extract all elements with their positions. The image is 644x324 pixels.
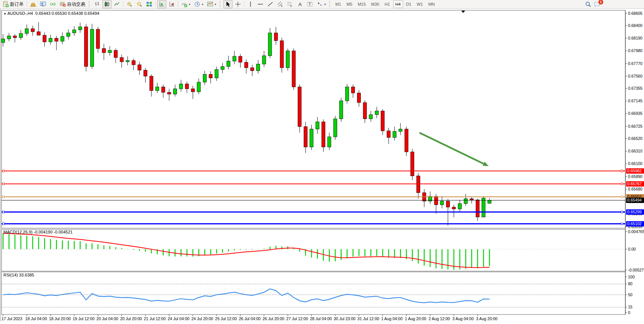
bar-chart-icon (94, 1, 100, 7)
svg-text:80: 80 (628, 281, 633, 286)
chart-area[interactable]: 0.686050.684000.681900.679800.677700.675… (0, 9, 644, 324)
separator (155, 1, 156, 7)
timeframe-group: M1M5M15M30H1H4D1W1MN (333, 0, 437, 8)
svg-text:26 Jul 04:00: 26 Jul 04:00 (239, 316, 260, 321)
timeframe-m1-button[interactable]: M1 (333, 0, 343, 8)
search-icon[interactable] (585, 1, 591, 8)
svg-text:0.66935: 0.66935 (628, 111, 642, 116)
indicators-button[interactable]: ▾ (180, 0, 192, 8)
new-order-icon (3, 1, 9, 7)
line-chart-button[interactable] (112, 0, 121, 8)
new-order-label: 新订单 (10, 1, 24, 8)
svg-text:3 Aug 20:00: 3 Aug 20:00 (476, 316, 497, 321)
svg-text:15: 15 (628, 305, 633, 309)
bar-chart-button[interactable] (92, 0, 102, 8)
candlestick-icon (104, 1, 110, 7)
chart-canvas[interactable]: 0.686050.684000.681900.679800.677700.675… (0, 9, 644, 324)
timeframe-mn-button[interactable]: MN (426, 0, 437, 8)
zoom-in-button[interactable] (125, 0, 134, 8)
text-button[interactable]: A (295, 0, 304, 8)
svg-text:1 Aug 20:00: 1 Aug 20:00 (405, 316, 426, 321)
equidistant-channel-button[interactable]: E (276, 0, 285, 8)
timeframe-m5-button[interactable]: M5 (344, 0, 354, 8)
separator (244, 1, 244, 7)
cursor-icon (225, 1, 231, 7)
vertical-line-icon (247, 1, 253, 7)
svg-text:20 Jul 04:00: 20 Jul 04:00 (96, 316, 118, 321)
data-window-button[interactable] (38, 0, 48, 8)
svg-text:24 Jul 04:00: 24 Jul 04:00 (167, 316, 189, 321)
chart-shift-button[interactable] (167, 0, 176, 8)
auto-scroll-button[interactable] (157, 0, 166, 8)
arrows-icon (317, 1, 323, 7)
notification-badge[interactable]: 1 (598, 0, 603, 5)
text-label-icon: T (307, 1, 313, 7)
svg-text:A: A (298, 2, 302, 7)
new-order-button[interactable]: 新订单 (1, 0, 25, 8)
svg-text:21 Jul 12:00: 21 Jul 12:00 (144, 316, 166, 321)
arrows-button[interactable]: ▾ (315, 0, 327, 8)
periods-button[interactable]: ▾ (193, 0, 205, 8)
text-a-icon: A (297, 1, 303, 7)
svg-text:18 Jul 20:00: 18 Jul 20:00 (49, 316, 71, 321)
svg-text:1 Aug 04:00: 1 Aug 04:00 (381, 316, 402, 321)
vertical-line-button[interactable] (246, 0, 255, 8)
svg-text:0.66520: 0.66520 (628, 136, 642, 141)
autotrading-icon (60, 1, 66, 7)
svg-text:3 Aug 04:00: 3 Aug 04:00 (452, 316, 473, 321)
fibonacci-icon: F (287, 1, 293, 7)
toolbar: 新订单 自动交易 (0, 0, 644, 9)
dropdown-caret: ▾ (215, 3, 216, 6)
svg-text:0.65767: 0.65767 (627, 181, 642, 186)
dropdown-caret: ▾ (189, 3, 190, 6)
signals-button[interactable] (48, 0, 57, 8)
dropdown-caret: ▾ (324, 3, 326, 6)
svg-text:19 Jul 12:00: 19 Jul 12:00 (73, 316, 94, 321)
crosshair-button[interactable] (233, 0, 242, 8)
trendline-button[interactable] (266, 0, 275, 8)
channel-icon: E (277, 1, 283, 7)
svg-text:26 Jul 20:00: 26 Jul 20:00 (263, 316, 284, 321)
fibonacci-button[interactable]: F (285, 0, 295, 8)
horizontal-line-icon (257, 1, 263, 7)
svg-text:0.004765: 0.004765 (628, 229, 644, 234)
toolbar-grip (329, 1, 331, 7)
svg-text:0.67770: 0.67770 (628, 61, 642, 66)
svg-text:20 Jul 20:00: 20 Jul 20:00 (120, 316, 142, 321)
crosshair-icon (235, 1, 241, 7)
tile-windows-button[interactable] (145, 0, 154, 8)
autotrading-button[interactable]: 自动交易 (58, 0, 87, 8)
horizontal-line-button[interactable] (256, 0, 265, 8)
mt4-window: 新订单 自动交易 (0, 0, 644, 324)
autotrading-label: 自动交易 (67, 1, 85, 8)
svg-text:17 Jul 2023: 17 Jul 2023 (2, 316, 22, 321)
cursor-button[interactable] (223, 0, 233, 8)
profiles-button[interactable] (29, 0, 38, 8)
zoom-out-icon (136, 1, 142, 7)
zoom-in-icon (126, 1, 132, 7)
text-label-button[interactable]: T (305, 0, 314, 8)
gold-bars-icon (30, 1, 36, 7)
toolbar-grip (220, 1, 222, 7)
timeframe-w1-button[interactable]: W1 (414, 0, 426, 8)
clock-icon (194, 1, 200, 7)
candlestick-chart-button[interactable] (102, 0, 112, 8)
templates-button[interactable]: ▾ (206, 0, 218, 8)
svg-text:E: E (281, 5, 283, 7)
svg-text:0.65890: 0.65890 (628, 174, 642, 179)
svg-text:0.65299: 0.65299 (627, 210, 642, 214)
timeframe-m15-button[interactable]: M15 (355, 0, 368, 8)
timeframe-h1-button[interactable]: H1 (382, 0, 392, 8)
svg-text:0.67560: 0.67560 (628, 74, 642, 78)
svg-text:0.65982: 0.65982 (627, 168, 642, 173)
template-icon (207, 1, 213, 7)
zoom-out-button[interactable] (135, 0, 144, 8)
svg-text:T: T (309, 2, 311, 6)
svg-text:31 Jul 12:00: 31 Jul 12:00 (357, 316, 379, 321)
timeframe-h4-button[interactable]: H4 (393, 0, 403, 8)
timeframe-d1-button[interactable]: D1 (404, 0, 414, 8)
svg-text:0.66310: 0.66310 (628, 149, 642, 153)
timeframe-m30-button[interactable]: M30 (369, 0, 381, 8)
svg-text:0.65680: 0.65680 (628, 187, 642, 191)
svg-text:0.65494: 0.65494 (627, 198, 642, 202)
